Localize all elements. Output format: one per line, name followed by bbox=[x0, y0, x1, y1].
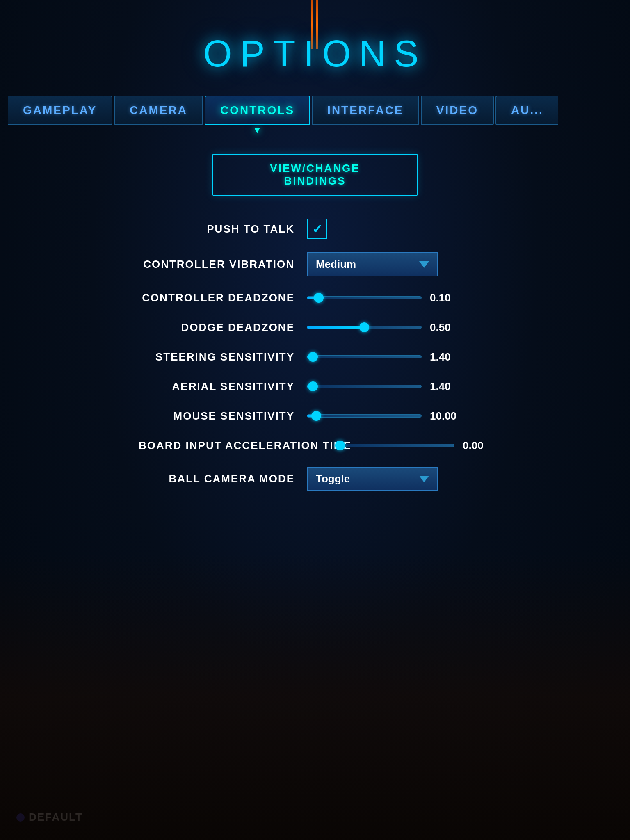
main-content: OPTIONS GAMEPLAY CAMERA CONTROLS INTERFA… bbox=[0, 0, 630, 840]
mouse-sensitivity-label: MOUSE SENSITIVITY bbox=[139, 410, 294, 422]
dodge-deadzone-value: 0.50 bbox=[430, 321, 459, 334]
bindings-button[interactable]: VIEW/CHANGE BINDINGS bbox=[212, 154, 418, 196]
tab-controls[interactable]: CONTROLS bbox=[205, 96, 310, 125]
dodge-deadzone-label: DODGE DEADZONE bbox=[139, 321, 294, 334]
dodge-deadzone-slider-container: 0.50 bbox=[307, 321, 491, 334]
ball-camera-mode-dropdown[interactable]: Toggle bbox=[307, 467, 438, 491]
dropdown-arrow-vibration bbox=[419, 261, 429, 268]
setting-row-aerial-sensitivity: AERIAL SENSITIVITY 1.40 bbox=[139, 372, 491, 401]
dodge-deadzone-thumb[interactable] bbox=[359, 322, 369, 332]
push-to-talk-control: ✓ bbox=[307, 219, 491, 239]
ball-camera-mode-value: Toggle bbox=[316, 472, 350, 485]
ball-camera-mode-label: BALL CAMERA MODE bbox=[139, 472, 294, 485]
dodge-deadzone-track[interactable] bbox=[307, 326, 422, 329]
aerial-sensitivity-track[interactable] bbox=[307, 385, 422, 388]
tab-gameplay[interactable]: GAMEPLAY bbox=[8, 96, 112, 125]
keyboard-input-accel-control: 0.00 bbox=[340, 439, 491, 452]
steering-sensitivity-slider-container: 1.40 bbox=[307, 351, 491, 363]
mouse-sensitivity-value: 10.00 bbox=[430, 410, 459, 422]
settings-area: VIEW/CHANGE BINDINGS PUSH TO TALK ✓ CONT… bbox=[139, 154, 491, 498]
steering-sensitivity-control: 1.40 bbox=[307, 351, 491, 363]
aerial-sensitivity-value: 1.40 bbox=[430, 380, 459, 393]
dodge-deadzone-fill bbox=[307, 326, 364, 329]
steering-sensitivity-label: STEERING SENSITIVITY bbox=[139, 351, 294, 363]
setting-row-controller-deadzone: CONTROLLER DEADZONE 0.10 bbox=[139, 283, 491, 313]
controller-vibration-dropdown[interactable]: Medium bbox=[307, 252, 438, 276]
page-title: OPTIONS bbox=[203, 33, 427, 75]
setting-row-ball-camera-mode: BALL CAMERA MODE Toggle bbox=[139, 460, 491, 498]
keyboard-input-accel-value: 0.00 bbox=[463, 439, 491, 452]
ball-camera-mode-control: Toggle bbox=[307, 467, 491, 491]
keyboard-input-accel-slider-container: 0.00 bbox=[340, 439, 491, 452]
setting-row-push-to-talk: PUSH TO TALK ✓ bbox=[139, 212, 491, 246]
controller-vibration-label: CONTROLLER VIBRATION bbox=[139, 258, 294, 271]
keyboard-input-accel-track[interactable] bbox=[340, 444, 454, 447]
aerial-sensitivity-slider-container: 1.40 bbox=[307, 380, 491, 393]
keyboard-input-accel-thumb[interactable] bbox=[335, 441, 345, 450]
keyboard-input-accel-label: BOARD INPUT ACCELERATION TIME bbox=[139, 439, 327, 452]
setting-row-mouse-sensitivity: MOUSE SENSITIVITY 10.00 bbox=[139, 401, 491, 431]
setting-row-steering-sensitivity: STEERING SENSITIVITY 1.40 bbox=[139, 342, 491, 372]
tab-bar: GAMEPLAY CAMERA CONTROLS INTERFACE VIDEO… bbox=[0, 96, 630, 125]
controller-deadzone-control: 0.10 bbox=[307, 292, 491, 304]
steering-sensitivity-thumb[interactable] bbox=[308, 352, 318, 362]
mouse-sensitivity-thumb[interactable] bbox=[311, 411, 321, 421]
push-to-talk-checkmark: ✓ bbox=[312, 222, 322, 236]
mouse-sensitivity-slider-container: 10.00 bbox=[307, 410, 491, 422]
controller-vibration-value: Medium bbox=[316, 258, 356, 271]
controller-deadzone-value: 0.10 bbox=[430, 292, 459, 304]
controller-deadzone-thumb[interactable] bbox=[314, 293, 324, 303]
mouse-sensitivity-track[interactable] bbox=[307, 414, 422, 418]
setting-row-keyboard-input-accel: BOARD INPUT ACCELERATION TIME 0.00 bbox=[139, 431, 491, 460]
tab-camera[interactable]: CAMERA bbox=[114, 96, 203, 125]
push-to-talk-checkbox[interactable]: ✓ bbox=[307, 219, 327, 239]
steering-sensitivity-value: 1.40 bbox=[430, 351, 459, 363]
tab-video[interactable]: VIDEO bbox=[421, 96, 494, 125]
aerial-sensitivity-control: 1.40 bbox=[307, 380, 491, 393]
push-to-talk-label: PUSH TO TALK bbox=[139, 223, 294, 235]
dodge-deadzone-control: 0.50 bbox=[307, 321, 491, 334]
aerial-sensitivity-thumb[interactable] bbox=[308, 381, 318, 391]
controller-vibration-control: Medium bbox=[307, 252, 491, 276]
controller-deadzone-label: CONTROLLER DEADZONE bbox=[139, 292, 294, 304]
tab-interface[interactable]: INTERFACE bbox=[312, 96, 419, 125]
setting-row-controller-vibration: CONTROLLER VIBRATION Medium bbox=[139, 246, 491, 283]
tab-audio[interactable]: AU... bbox=[495, 96, 558, 125]
controller-deadzone-track[interactable] bbox=[307, 296, 422, 299]
mouse-sensitivity-control: 10.00 bbox=[307, 410, 491, 422]
controller-deadzone-slider-container: 0.10 bbox=[307, 292, 491, 304]
aerial-sensitivity-label: AERIAL SENSITIVITY bbox=[139, 380, 294, 393]
steering-sensitivity-track[interactable] bbox=[307, 355, 422, 358]
setting-row-dodge-deadzone: DODGE DEADZONE 0.50 bbox=[139, 313, 491, 342]
dropdown-arrow-ball-camera bbox=[419, 476, 429, 482]
